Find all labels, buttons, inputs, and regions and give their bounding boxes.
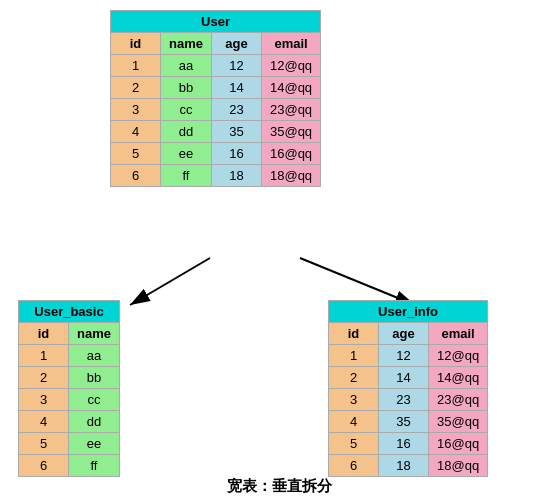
table-cell: 5 [329,433,379,455]
table-cell: 12@qq [261,55,320,77]
table-cell: 35 [379,411,429,433]
table-cell: bb [161,77,212,99]
table-cell: 2 [329,367,379,389]
table-cell: 14@qq [429,367,488,389]
table-cell: 12 [379,345,429,367]
table-cell: bb [69,367,120,389]
table-cell: 23 [379,389,429,411]
table-cell: 6 [111,165,161,187]
table-cell: ff [161,165,212,187]
table-cell: 18@qq [261,165,320,187]
table-cell: aa [161,55,212,77]
svg-line-1 [130,258,210,305]
user-info-col-id: id [329,323,379,345]
table-cell: 12@qq [429,345,488,367]
table-cell: 3 [329,389,379,411]
table-cell: 14 [211,77,261,99]
table-cell: ee [161,143,212,165]
table-cell: dd [161,121,212,143]
user-table-header: User [111,11,321,33]
table-cell: 1 [329,345,379,367]
table-cell: 14@qq [261,77,320,99]
table-cell: 1 [111,55,161,77]
user-info-table: User_info id age email 11212@qq21414@qq3… [328,300,488,477]
user-basic-header: User_basic [19,301,120,323]
table-cell: 4 [329,411,379,433]
table-cell: 16@qq [429,433,488,455]
user-table: User id name age email 1aa1212@qq2bb1414… [110,10,321,187]
table-cell: cc [69,389,120,411]
table-cell: 5 [111,143,161,165]
table-cell: 16@qq [261,143,320,165]
user-info-col-age: age [379,323,429,345]
table-cell: 4 [111,121,161,143]
user-basic-table: User_basic id name 1aa2bb3cc4dd5ee6ff [18,300,120,477]
table-cell: 35@qq [429,411,488,433]
table-cell: 6 [19,455,69,477]
user-col-email: email [261,33,320,55]
table-cell: cc [161,99,212,121]
table-cell: 2 [111,77,161,99]
svg-line-2 [300,258,415,305]
table-cell: 35 [211,121,261,143]
table-cell: 18 [379,455,429,477]
table-cell: 1 [19,345,69,367]
caption: 宽表：垂直拆分 [227,477,332,496]
user-col-age: age [211,33,261,55]
table-cell: 3 [19,389,69,411]
user-col-id: id [111,33,161,55]
table-cell: 5 [19,433,69,455]
table-cell: ee [69,433,120,455]
user-info-col-email: email [429,323,488,345]
user-basic-col-id: id [19,323,69,345]
table-cell: 6 [329,455,379,477]
table-cell: 16 [379,433,429,455]
user-col-name: name [161,33,212,55]
table-cell: aa [69,345,120,367]
table-cell: 35@qq [261,121,320,143]
table-cell: 3 [111,99,161,121]
table-cell: 18 [211,165,261,187]
table-cell: 4 [19,411,69,433]
table-cell: 23@qq [429,389,488,411]
user-basic-col-name: name [69,323,120,345]
user-info-header: User_info [329,301,488,323]
table-cell: 23@qq [261,99,320,121]
table-cell: 16 [211,143,261,165]
table-cell: 18@qq [429,455,488,477]
table-cell: 2 [19,367,69,389]
table-cell: 23 [211,99,261,121]
table-cell: ff [69,455,120,477]
diagram-container: User id name age email 1aa1212@qq2bb1414… [0,0,558,504]
table-cell: dd [69,411,120,433]
table-cell: 14 [379,367,429,389]
table-cell: 12 [211,55,261,77]
